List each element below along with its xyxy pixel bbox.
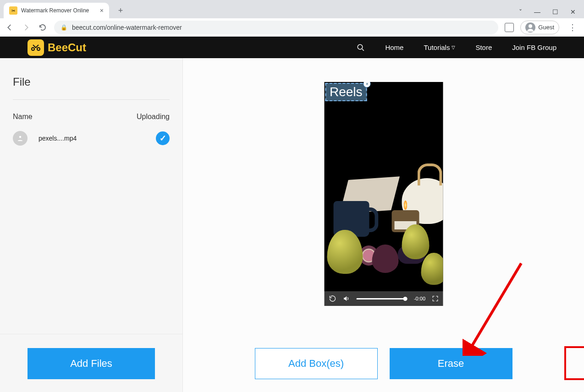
main-nav: Home Tutorials▽ Store Join FB Group [357, 44, 556, 52]
file-type-icon [13, 131, 28, 146]
tab-close-icon[interactable]: × [100, 7, 104, 14]
profile-chip[interactable]: Guest [520, 21, 559, 34]
profile-label: Guest [538, 24, 554, 31]
nav-forward-icon[interactable] [21, 22, 31, 33]
browser-menu-icon[interactable]: ⋮ [566, 22, 579, 33]
video-controls: -0:00 [324, 291, 443, 306]
progress-bar[interactable] [356, 298, 408, 299]
annotation-arrow [463, 260, 527, 356]
watermark-text: Reels [330, 85, 363, 99]
replay-icon[interactable] [329, 295, 336, 302]
video-still [324, 82, 443, 291]
window-controls: ˅ — ☐ ✕ [519, 8, 584, 18]
file-row[interactable]: pexels....mp4 ✓ [0, 121, 182, 156]
brand-logo-icon[interactable] [28, 39, 44, 56]
chevron-down-icon[interactable]: ˅ [519, 8, 522, 16]
col-name: Name [13, 113, 33, 121]
nav-reload-icon[interactable] [38, 22, 48, 33]
nav-fbgroup[interactable]: Join FB Group [512, 44, 556, 51]
sidebar: File Name Uploading pexels....mp4 ✓ Add … [0, 58, 183, 392]
avatar-icon [525, 22, 535, 33]
browser-tab[interactable]: ✂ Watermark Remover Online × [4, 3, 109, 18]
erase-button[interactable]: Erase [390, 348, 512, 379]
fullscreen-icon[interactable] [432, 295, 438, 302]
col-uploading: Uploading [137, 113, 170, 121]
url-text: beecut.com/online-watermark-remover [72, 24, 182, 31]
browser-toolbar: 🔒 beecut.com/online-watermark-remover Gu… [0, 18, 584, 37]
nav-store[interactable]: Store [475, 44, 492, 51]
add-boxes-button[interactable]: Add Box(es) [255, 348, 378, 379]
file-name: pexels....mp4 [39, 135, 145, 142]
window-maximize-icon[interactable]: ☐ [552, 8, 558, 16]
chevron-down-icon: ▽ [452, 45, 455, 50]
window-minimize-icon[interactable]: — [534, 8, 540, 16]
browser-tabstrip: ✂ Watermark Remover Online × + ˅ — ☐ ✕ [0, 0, 584, 18]
progress-thumb[interactable] [403, 297, 408, 301]
main-panel: Reels × -0:00 Add Box(es) Erase [183, 58, 584, 392]
sidebar-title: File [13, 76, 170, 88]
app-body: File Name Uploading pexels....mp4 ✓ Add … [0, 58, 584, 392]
tab-title: Watermark Remover Online [21, 7, 96, 14]
window-close-icon[interactable]: ✕ [570, 8, 576, 16]
app-header: BeeCut Home Tutorials▽ Store Join FB Gro… [0, 37, 584, 58]
svg-point-0 [358, 44, 363, 49]
time-remaining: -0:00 [414, 296, 425, 301]
nav-home[interactable]: Home [385, 44, 403, 51]
new-tab-button[interactable]: + [114, 4, 127, 17]
nav-back-icon[interactable] [5, 22, 15, 33]
upload-complete-icon: ✓ [156, 131, 170, 145]
address-bar[interactable]: 🔒 beecut.com/online-watermark-remover [54, 21, 498, 34]
video-preview: Reels × -0:00 [324, 82, 443, 306]
favicon-icon: ✂ [9, 6, 17, 15]
nav-tutorials[interactable]: Tutorials▽ [424, 44, 455, 51]
video-frame[interactable]: Reels × [324, 82, 443, 291]
action-buttons: Add Box(es) Erase [183, 348, 584, 379]
brand-name[interactable]: BeeCut [48, 41, 86, 54]
watermark-selection-box[interactable]: Reels × [325, 83, 367, 101]
svg-point-1 [19, 136, 22, 138]
extensions-icon[interactable] [505, 23, 514, 32]
volume-icon[interactable] [342, 295, 350, 302]
add-files-button[interactable]: Add Files [28, 348, 155, 379]
lock-icon: 🔒 [61, 24, 67, 31]
search-icon[interactable] [357, 44, 365, 52]
svg-line-2 [470, 263, 521, 349]
